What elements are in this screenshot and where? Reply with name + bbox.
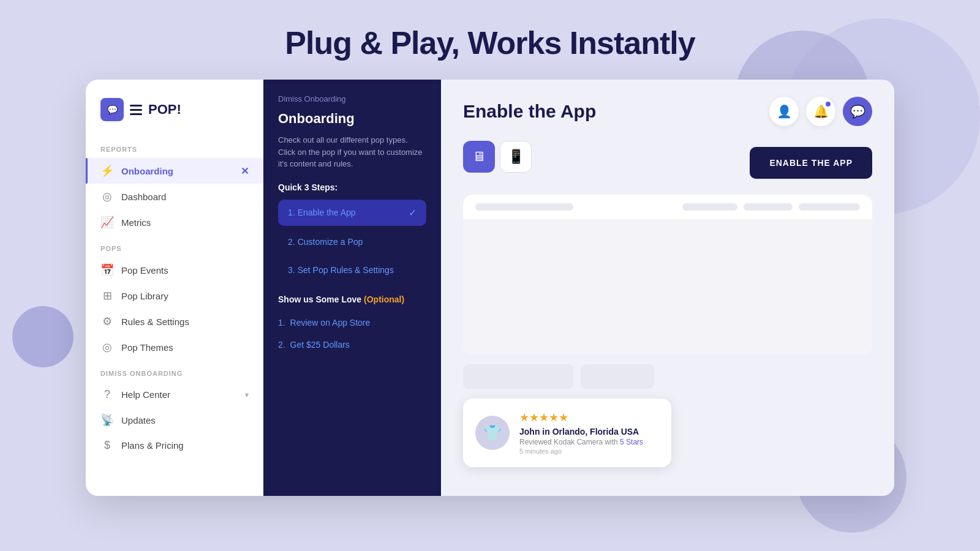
device-controls-row: 🖥 📱 ENABLE THE APP bbox=[463, 141, 872, 185]
step-1[interactable]: 1.Enable the App ✓ bbox=[278, 200, 426, 226]
bg-blob-left bbox=[12, 306, 74, 367]
preview-pill-2 bbox=[682, 203, 737, 211]
sidebar-item-label: Pop Events bbox=[121, 265, 168, 276]
logo-lines bbox=[130, 105, 142, 115]
updates-icon: 📡 bbox=[100, 413, 114, 427]
sidebar-item-dashboard[interactable]: ◎ Dashboard bbox=[86, 184, 263, 209]
step-3[interactable]: 3.Set Pop Rules & Settings bbox=[278, 258, 426, 282]
tab-mobile[interactable]: 📱 bbox=[500, 141, 532, 173]
enable-app-button[interactable]: ENABLE THE APP bbox=[750, 147, 872, 179]
review-content: ★★★★★ John in Orlando, Florida USA Revie… bbox=[519, 411, 643, 455]
step-2[interactable]: 2.Customize a Pop bbox=[278, 230, 426, 254]
metrics-icon: 📈 bbox=[100, 216, 114, 229]
onboarding-title: Onboarding bbox=[278, 111, 426, 127]
user-icon: 👤 bbox=[777, 104, 792, 119]
lightning-icon: ⚡ bbox=[100, 164, 114, 178]
step-2-label: Customize a Pop bbox=[298, 237, 363, 247]
user-icon-button[interactable]: 👤 bbox=[769, 97, 799, 126]
content-header: Enable the App 👤 🔔 💬 bbox=[463, 97, 872, 126]
main-content: Enable the App 👤 🔔 💬 🖥 bbox=[441, 80, 894, 496]
notification-dot bbox=[826, 102, 831, 107]
sidebar-item-label: Plans & Pricing bbox=[121, 440, 184, 451]
sidebar-item-plans-pricing[interactable]: $ Plans & Pricing bbox=[86, 433, 263, 458]
sidebar-item-help-center[interactable]: ? Help Center ▾ bbox=[86, 382, 263, 407]
logo-icon: 💬 bbox=[100, 98, 124, 121]
sidebar-item-onboarding[interactable]: ⚡ Onboarding ✕ bbox=[86, 158, 263, 184]
quick-steps-label: Quick 3 Steps: bbox=[278, 182, 426, 192]
sidebar-item-label: Metrics bbox=[121, 217, 151, 228]
dashboard-icon: ◎ bbox=[100, 190, 114, 203]
sidebar-logo: 💬 POP! bbox=[86, 98, 263, 136]
sidebar-item-pop-events[interactable]: 📅 Pop Events bbox=[86, 257, 263, 283]
dollar-icon: $ bbox=[100, 439, 114, 452]
check-icon: ✓ bbox=[409, 207, 417, 219]
section-label-reports: REPORTS bbox=[86, 136, 263, 158]
help-icon: ? bbox=[100, 388, 114, 401]
preview-pill-4 bbox=[799, 203, 860, 211]
onboarding-description: Check out all our different pop types. C… bbox=[278, 134, 426, 170]
sidebar-item-label: Updates bbox=[121, 415, 156, 425]
preview-area bbox=[463, 195, 872, 354]
sidebar-item-pop-themes[interactable]: ◎ Pop Themes bbox=[86, 334, 263, 360]
themes-icon: ◎ bbox=[100, 340, 114, 354]
sidebar-item-updates[interactable]: 📡 Updates bbox=[86, 407, 263, 433]
sliders-icon: ⚙ bbox=[100, 315, 114, 328]
dismiss-link[interactable]: Dimiss Onboarding bbox=[278, 94, 426, 103]
review-avatar: 👕 bbox=[475, 416, 510, 450]
sidebar-item-label: Dashboard bbox=[121, 192, 166, 202]
placeholder-bar-2 bbox=[581, 364, 654, 389]
grid-icon: ⊞ bbox=[100, 289, 114, 302]
main-card: 💬 POP! REPORTS ⚡ Onboarding ✕ ◎ Dashboar… bbox=[86, 80, 894, 496]
sidebar-item-label: Onboarding bbox=[121, 166, 173, 176]
content-title: Enable the App bbox=[463, 101, 596, 122]
avatar-icon: 💬 bbox=[850, 104, 865, 119]
show-love-label: Show us Some Love (Optional) bbox=[278, 294, 426, 304]
tab-desktop[interactable]: 🖥 bbox=[463, 141, 495, 173]
love-item-dollars[interactable]: 2. Get $25 Dollars bbox=[278, 334, 426, 356]
section-label-pops: POPS bbox=[86, 235, 263, 257]
preview-pill-3 bbox=[744, 203, 793, 211]
chevron-down-icon: ▾ bbox=[245, 391, 249, 399]
section-label-help: Dimiss Onboarding bbox=[86, 360, 263, 382]
onboarding-panel: Dimiss Onboarding Onboarding Check out a… bbox=[263, 80, 441, 496]
notification-icon-button[interactable]: 🔔 bbox=[806, 97, 835, 126]
header-icons: 👤 🔔 💬 bbox=[769, 97, 872, 126]
avatar-button[interactable]: 💬 bbox=[843, 97, 872, 126]
review-card: 👕 ★★★★★ John in Orlando, Florida USA Rev… bbox=[463, 399, 671, 467]
desktop-icon: 🖥 bbox=[472, 149, 486, 165]
bell-icon: 🔔 bbox=[813, 104, 829, 119]
step-1-label: Enable the App bbox=[298, 208, 356, 217]
sidebar-item-label: Help Center bbox=[121, 389, 170, 400]
review-stars: ★★★★★ bbox=[519, 411, 643, 424]
step-3-label: Set Pop Rules & Settings bbox=[298, 265, 394, 275]
device-tabs: 🖥 📱 bbox=[463, 141, 532, 173]
dollars-link: Get $25 Dollars bbox=[290, 340, 350, 350]
sidebar-item-metrics[interactable]: 📈 Metrics bbox=[86, 209, 263, 235]
sidebar-logo-text: POP! bbox=[148, 102, 181, 118]
shirt-icon: 👕 bbox=[483, 424, 502, 441]
preview-bar bbox=[463, 195, 872, 220]
love-item-review[interactable]: 1. Review on App Store bbox=[278, 312, 426, 334]
sidebar-item-label: Pop Themes bbox=[121, 342, 173, 353]
sidebar-item-label: Pop Library bbox=[121, 291, 168, 301]
review-link: Review on App Store bbox=[290, 318, 371, 328]
close-icon[interactable]: ✕ bbox=[241, 165, 249, 177]
review-highlight: 5 Stars bbox=[620, 438, 643, 446]
review-name: John in Orlando, Florida USA bbox=[519, 427, 643, 437]
preview-pill-1 bbox=[475, 203, 573, 211]
mobile-icon: 📱 bbox=[508, 149, 524, 165]
sidebar: 💬 POP! REPORTS ⚡ Onboarding ✕ ◎ Dashboar… bbox=[86, 80, 263, 496]
sidebar-item-rules-settings[interactable]: ⚙ Rules & Settings bbox=[86, 309, 263, 334]
sidebar-item-label: Rules & Settings bbox=[121, 317, 189, 327]
review-description: Reviewed Kodak Camera with 5 Stars bbox=[519, 438, 643, 446]
preview-bottom-row bbox=[463, 364, 872, 389]
review-time: 5 minutes ago bbox=[519, 448, 643, 455]
sidebar-item-pop-library[interactable]: ⊞ Pop Library bbox=[86, 283, 263, 309]
placeholder-bar-1 bbox=[463, 364, 573, 389]
preview-body bbox=[463, 220, 872, 354]
calendar-icon: 📅 bbox=[100, 263, 114, 277]
preview-bottom-placeholders bbox=[463, 364, 872, 389]
